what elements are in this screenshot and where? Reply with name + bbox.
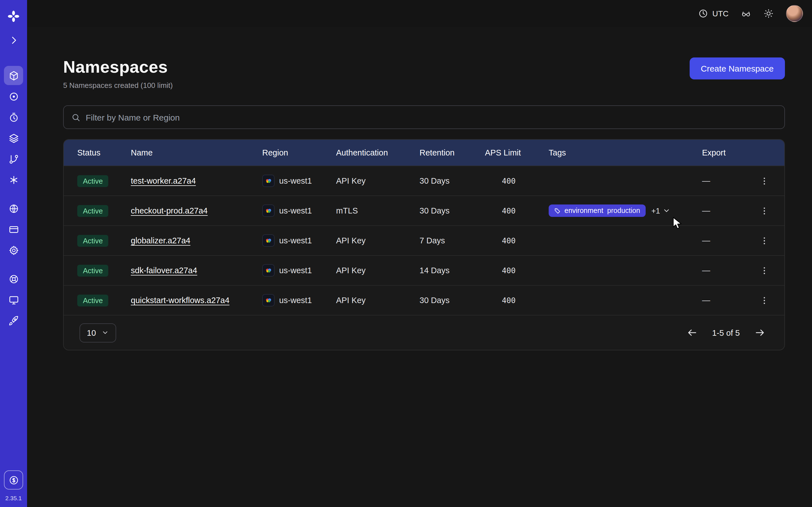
auth-cell: API Key — [336, 296, 419, 305]
status-badge: Active — [77, 235, 109, 246]
clock-icon — [698, 8, 708, 18]
retention-cell: 7 Days — [419, 236, 485, 245]
filter-input[interactable] — [86, 112, 777, 122]
gcp-cloud-icon — [262, 175, 274, 187]
prev-page-button[interactable] — [687, 327, 698, 338]
auth-cell: API Key — [336, 266, 419, 275]
chevron-down-icon — [101, 329, 109, 336]
row-menu-button[interactable] — [756, 292, 772, 308]
dollar-usage-icon — [8, 474, 19, 485]
table-header-row: Status Name Region Authentication Retent… — [64, 140, 784, 166]
app-root: 2.35.1 UTC Namespaces 5 Namespaces creat… — [0, 0, 812, 507]
aps-limit-value: 400 — [502, 176, 516, 185]
sidebar-bottom: 2.35.1 — [4, 470, 23, 501]
col-authentication: Authentication — [336, 148, 419, 157]
sidebar-item-namespaces[interactable] — [4, 66, 23, 85]
sun-icon — [763, 8, 774, 18]
arrow-left-icon — [687, 327, 698, 338]
tag-badge[interactable]: environment production — [549, 205, 646, 217]
tag-key: environment — [564, 207, 603, 215]
tags-cell: environment production +1 — [549, 205, 702, 217]
region-label: us-west1 — [279, 236, 312, 245]
gcp-cloud-icon — [262, 234, 274, 247]
status-badge: Active — [77, 205, 109, 217]
gcp-cloud-icon — [262, 205, 274, 217]
timezone-selector[interactable]: UTC — [698, 8, 728, 18]
sidebar-item-getting-started[interactable] — [4, 311, 23, 330]
target-icon — [8, 91, 19, 102]
region-label: us-west1 — [279, 206, 312, 215]
sidebar-item-globe[interactable] — [4, 199, 23, 218]
temporal-logo[interactable] — [4, 7, 23, 26]
auth-cell: API Key — [336, 236, 419, 245]
chevron-down-icon — [662, 207, 670, 215]
next-page-button[interactable] — [755, 327, 765, 338]
aps-limit-value: 400 — [502, 296, 516, 305]
namespaces-table: Status Name Region Authentication Retent… — [63, 139, 785, 350]
auth-cell: mTLS — [336, 206, 419, 215]
aps-limit-value: 400 — [502, 206, 516, 215]
usage-button[interactable] — [4, 470, 23, 490]
sidebar-item-nexus[interactable] — [4, 170, 23, 189]
sidebar-expand-button[interactable] — [4, 31, 23, 50]
row-menu-button[interactable] — [756, 263, 772, 278]
pagination-range: 1-5 of 5 — [712, 328, 740, 337]
retention-cell: 14 Days — [419, 266, 485, 275]
version-label: 2.35.1 — [5, 495, 22, 501]
sidebar-item-settings[interactable] — [4, 240, 23, 260]
namespace-link[interactable]: quickstart-workflows.a27a4 — [131, 296, 230, 305]
sidebar-item-deployments[interactable] — [4, 149, 23, 168]
table-row: Active globalizer.a27a4 us-west1 API Key… — [64, 225, 784, 255]
retention-cell: 30 Days — [419, 176, 485, 185]
user-avatar[interactable] — [786, 5, 803, 22]
main: Namespaces 5 Namespaces created (100 lim… — [27, 27, 812, 350]
export-value: — — [702, 266, 710, 275]
sidebar-item-schedules[interactable] — [4, 108, 23, 127]
tags-expand[interactable]: +1 — [651, 207, 670, 215]
sidebar-item-stack[interactable] — [4, 128, 23, 148]
page-header: Namespaces 5 Namespaces created (100 lim… — [63, 57, 785, 90]
row-menu-button[interactable] — [756, 233, 772, 248]
table-row: Active sdk-failover.a27a4 us-west1 API K… — [64, 255, 784, 285]
labs-toggle[interactable] — [741, 8, 751, 18]
retention-cell: 30 Days — [419, 206, 485, 215]
kebab-icon — [759, 176, 769, 186]
filter-searchbar[interactable] — [63, 105, 785, 129]
aps-limit-value: 400 — [502, 236, 516, 245]
kebab-icon — [759, 266, 769, 275]
table-row: Active quickstart-workflows.a27a4 us-wes… — [64, 285, 784, 315]
row-menu-button[interactable] — [756, 173, 772, 189]
kebab-icon — [759, 236, 769, 245]
namespace-link[interactable]: test-worker.a27a4 — [131, 176, 196, 185]
arrow-right-icon — [755, 327, 765, 338]
table-row: Active checkout-prod.a27a4 us-west1 mTLS… — [64, 195, 784, 225]
create-namespace-button[interactable]: Create Namespace — [690, 57, 785, 79]
sidebar-item-billing[interactable] — [4, 220, 23, 239]
chevron-right-icon — [8, 35, 19, 45]
status-badge: Active — [77, 175, 109, 187]
asterisk-icon — [8, 174, 19, 185]
theme-toggle[interactable] — [763, 8, 774, 18]
glasses-icon — [741, 8, 751, 18]
namespace-link[interactable]: globalizer.a27a4 — [131, 236, 190, 245]
temporal-logo-icon — [7, 10, 20, 22]
sidebar-item-support[interactable] — [4, 269, 23, 288]
page-size-select[interactable]: 10 — [80, 323, 116, 342]
row-menu-button[interactable] — [756, 203, 772, 219]
table-footer: 10 1-5 of 5 — [64, 315, 784, 350]
status-badge: Active — [77, 294, 109, 306]
gcp-cloud-icon — [262, 294, 274, 306]
region-label: us-west1 — [279, 176, 312, 185]
credit-card-icon — [8, 224, 19, 235]
sidebar-item-console[interactable] — [4, 290, 23, 309]
namespace-link[interactable]: checkout-prod.a27a4 — [131, 206, 208, 215]
page-subtitle: 5 Namespaces created (100 limit) — [63, 81, 173, 90]
region-label: us-west1 — [279, 266, 312, 275]
tag-icon — [554, 208, 560, 214]
git-branch-icon — [8, 154, 19, 164]
col-status: Status — [64, 148, 131, 157]
col-name: Name — [131, 148, 262, 157]
sidebar-item-monitoring[interactable] — [4, 87, 23, 106]
namespace-link[interactable]: sdk-failover.a27a4 — [131, 266, 197, 275]
col-export: Export — [702, 148, 784, 157]
